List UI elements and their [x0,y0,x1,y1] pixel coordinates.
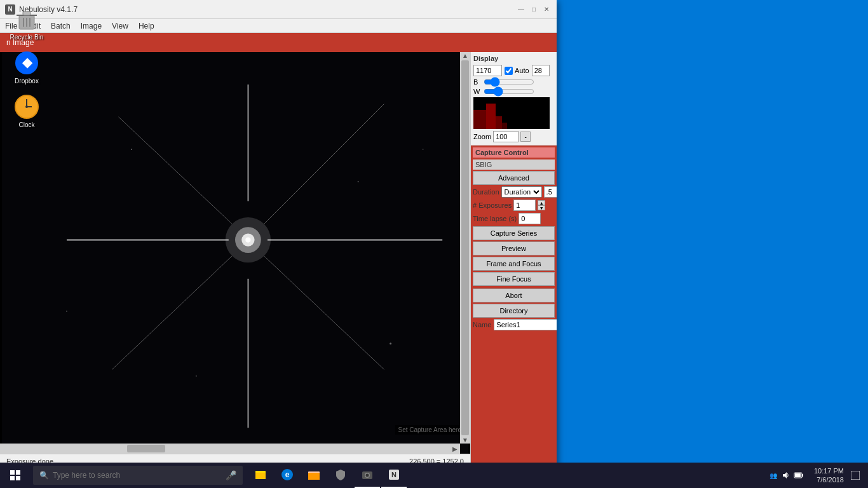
svg-rect-40 [255,473,266,479]
b-slider-row: B [473,78,554,86]
search-input[interactable] [53,471,226,480]
taskbar-files-icon[interactable] [248,463,273,488]
name-row: Name [473,319,555,330]
taskbar-security-icon[interactable] [328,463,353,488]
scroll-arrow-down[interactable]: ▼ [462,437,468,444]
svg-point-32 [390,342,391,344]
zoom-input[interactable] [493,131,519,142]
nebulosity-maximize-button[interactable]: □ [529,4,539,15]
camera-icon [361,468,374,481]
auto-checkbox-row: Auto [505,67,529,75]
directory-button[interactable]: Directory [473,304,555,318]
taskbar-nebulosity-icon[interactable]: N [381,463,407,488]
taskbar-folder-icon[interactable] [301,463,327,488]
taskbar-app-icons: e [248,463,407,488]
nebulosity-icon: N [388,468,400,481]
b-slider[interactable] [484,78,534,86]
desktop-icons: Recycle Bin ◆ Dropbox Clock [6,6,47,128]
exposures-up[interactable]: ▲ [538,200,545,205]
dropbox-svg: ◆ [14,50,39,76]
battery-tray-icon [794,471,804,480]
horizontal-scrollbar[interactable]: ▶ [0,444,460,454]
w-label: W [473,88,481,95]
recycle-bin-icon[interactable]: Recycle Bin [6,6,47,41]
horizontal-scroll-thumb[interactable] [127,445,165,452]
nebulosity-image-header: n Image [0,33,557,52]
advanced-button[interactable]: Advanced [473,171,555,185]
abort-button[interactable]: Abort [473,288,555,302]
search-icon: 🔍 [39,471,49,480]
microphone-icon[interactable]: 🎤 [226,470,236,480]
svg-rect-37 [10,476,15,480]
date-display: 7/6/2018 [817,475,844,484]
neb-menu-batch[interactable]: Batch [46,19,76,33]
dropbox-icon[interactable]: ◆ Dropbox [6,50,47,85]
camera-label: SBIG [473,159,555,170]
display-value2-input[interactable] [532,65,550,76]
svg-rect-55 [851,471,860,480]
fine-focus-button[interactable]: Fine Focus [473,272,555,286]
nebulosity-star-svg [0,52,470,454]
svg-point-20 [226,217,271,262]
notification-button[interactable] [849,463,862,488]
vertical-scrollbar[interactable]: ▲ ▼ [460,52,470,444]
w-slider-row: W [473,88,554,95]
duration-input[interactable] [544,186,557,198]
nebulosity-titlebar: N Nebulosity v4.1.7 — □ ✕ [0,0,557,19]
network-icon[interactable]: 👥 [768,470,778,480]
neb-menu-help[interactable]: Help [133,19,159,33]
capture-series-button[interactable]: Capture Series [473,226,555,240]
nebulosity-minimize-button[interactable]: — [516,4,526,15]
clock-svg [14,94,39,119]
exposures-input[interactable] [513,200,536,211]
zoom-minus-button[interactable]: - [520,132,531,142]
taskbar-edge-icon[interactable]: e [275,463,300,488]
exposures-down[interactable]: ▼ [538,205,545,210]
desktop: ri-Bahtinov Grabber v2.0 Build 2 — □ ✕ p… [0,0,868,488]
name-input[interactable] [494,319,557,330]
nebulosity-right-panel: Display Auto B W [470,52,557,468]
svg-point-30 [358,181,359,182]
svg-marker-51 [783,472,787,478]
svg-rect-53 [802,474,803,477]
w-slider[interactable] [484,88,534,95]
taskbar-search-box[interactable]: 🔍 🎤 [33,466,243,485]
capture-section-title: Capture Control [473,147,555,158]
zoom-label: Zoom [473,133,491,140]
files-icon [254,468,267,481]
svg-rect-44 [308,473,320,480]
b-label: B [473,78,481,86]
preview-button[interactable]: Preview [473,241,555,255]
volume-icon[interactable] [781,470,791,480]
vertical-scroll-thumb[interactable] [461,60,469,435]
taskbar-camera-icon[interactable] [355,463,380,488]
timelapse-input[interactable] [519,213,541,224]
frame-focus-button[interactable]: Frame and Focus [473,257,555,271]
image-overlay: Set Capture Area here [395,425,464,435]
battery-icon[interactable] [794,470,804,480]
taskbar: 🔍 🎤 e [0,463,868,488]
time-display: 10:17 PM [814,466,844,475]
duration-select[interactable]: Duration [501,186,542,198]
timelapse-label: Time lapse (s) [473,215,517,222]
svg-text:e: e [285,470,290,479]
start-button[interactable] [0,463,31,488]
scroll-arrow-up[interactable]: ▲ [462,52,468,59]
nebulosity-close-button[interactable]: ✕ [541,4,552,15]
auto-checkbox[interactable] [505,67,513,75]
neb-menu-image[interactable]: Image [76,19,107,33]
notification-icon [851,471,860,480]
volume-tray-icon [782,471,790,480]
scroll-arrow-right[interactable]: ▶ [452,445,460,452]
systray-icons: 👥 [763,470,809,480]
auto-label: Auto [515,67,529,74]
windows-icon [10,470,20,480]
timelapse-row: Time lapse (s) [473,213,555,224]
zoom-row: Zoom - [473,131,554,142]
taskbar-clock[interactable]: 10:17 PM 7/6/2018 [814,466,844,485]
clock-icon[interactable]: Clock [6,94,47,128]
svg-point-29 [131,149,132,150]
neb-menu-view[interactable]: View [107,19,133,33]
display-value-input[interactable] [473,65,502,76]
image-area-container: Set Capture Area here ▶ ▲ ▼ [0,52,470,468]
